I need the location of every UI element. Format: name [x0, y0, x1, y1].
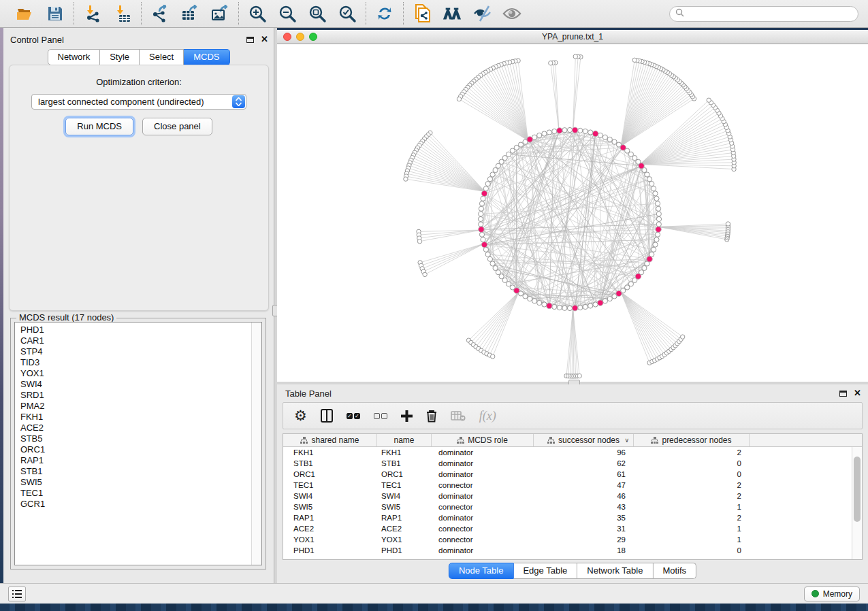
mcds-result-item[interactable]: STB1 — [15, 466, 251, 477]
table-row[interactable]: ORC1ORC1dominator610 — [283, 469, 852, 480]
float-panel-icon[interactable] — [839, 391, 847, 397]
table-row[interactable]: ACE2ACE2connector311 — [283, 523, 852, 534]
cell: 18 — [534, 546, 634, 555]
mcds-result-item[interactable]: RAP1 — [15, 455, 251, 466]
status-bar: Memory — [0, 583, 868, 604]
mcds-result-item[interactable]: FKH1 — [15, 412, 251, 423]
zoom-out-icon[interactable] — [278, 4, 297, 23]
mcds-result-item[interactable]: YOX1 — [15, 368, 251, 379]
mcds-list-scrollbar[interactable] — [251, 323, 261, 565]
cell: TEC1 — [283, 481, 377, 489]
table-panel-title: Table Panel — [285, 389, 332, 399]
tab-select[interactable]: Select — [140, 49, 184, 65]
cell: 2 — [634, 492, 750, 500]
column-header[interactable]: successor nodes∨ — [534, 434, 634, 446]
network-window-titlebar[interactable]: YPA_prune.txt_1 — [277, 30, 868, 44]
search-field[interactable] — [669, 6, 858, 22]
mcds-result-list[interactable]: PHD1CAR1STP4TID3YOX1SWI4SRD1PMA2FKH1ACE2… — [14, 322, 262, 565]
run-mcds-button[interactable]: Run MCDS — [65, 118, 133, 135]
mcds-result-item[interactable]: PHD1 — [15, 325, 251, 335]
refresh-icon[interactable] — [375, 4, 394, 23]
memory-button[interactable]: Memory — [804, 587, 860, 601]
delete-column-icon[interactable] — [426, 410, 437, 423]
table-row[interactable]: PHD1PHD1dominator180 — [283, 545, 852, 556]
tab-network[interactable]: Network — [47, 49, 100, 65]
table-scrollbar-thumb[interactable] — [854, 457, 861, 522]
optimization-criterion-label: Optimization criterion: — [10, 77, 268, 87]
network-window: YPA_prune.txt_1 — [277, 30, 868, 382]
table-row[interactable]: SWI5SWI5connector431 — [283, 501, 852, 512]
mcds-result-item[interactable]: PMA2 — [15, 401, 251, 412]
cell: 0 — [634, 470, 750, 478]
mcds-result-item[interactable]: ACE2 — [15, 423, 251, 433]
cell: PHD1 — [377, 546, 432, 555]
table-row[interactable]: STB1STB1dominator620 — [283, 458, 852, 469]
tab-motifs[interactable]: Motifs — [653, 563, 696, 579]
control-panel: Control Panel ✕ NetworkStyleSelectMCDS O… — [3, 28, 274, 584]
export-network-icon[interactable] — [150, 4, 170, 23]
table-row[interactable]: FKH1FKH1dominator962 — [283, 447, 852, 458]
export-image-icon[interactable] — [210, 4, 229, 23]
tab-mcds[interactable]: MCDS — [184, 49, 229, 65]
zoom-selected-icon[interactable] — [338, 4, 357, 23]
table-settings-icon[interactable]: ⚙ — [294, 409, 307, 423]
column-header[interactable]: predecessor nodes — [634, 434, 750, 446]
mcds-result-group: MCDS result (17 nodes) PHD1CAR1STP4TID3Y… — [10, 318, 266, 569]
zoom-fit-icon[interactable] — [308, 4, 327, 23]
search-icon — [675, 7, 684, 20]
search-input[interactable] — [688, 9, 852, 18]
table-row[interactable]: YOX1YOX1connector291 — [283, 534, 852, 545]
close-panel-icon[interactable]: ✕ — [261, 36, 268, 43]
mcds-result-item[interactable]: CAR1 — [15, 335, 251, 346]
float-panel-icon[interactable] — [246, 37, 254, 43]
column-header[interactable]: shared name — [283, 434, 377, 446]
network-canvas[interactable] — [277, 44, 868, 381]
column-label: successor nodes — [558, 435, 620, 445]
table-row[interactable]: SWI4SWI4dominator462 — [283, 491, 852, 501]
add-column-icon[interactable] — [401, 410, 413, 422]
deselect-all-icon[interactable] — [374, 413, 387, 419]
mcds-result-item[interactable]: SRD1 — [15, 390, 251, 401]
network-window-title: YPA_prune.txt_1 — [277, 32, 868, 42]
network-graph — [277, 44, 868, 381]
mcds-result-item[interactable]: GCR1 — [15, 499, 251, 510]
save-session-icon[interactable] — [46, 4, 65, 23]
open-file-icon[interactable] — [16, 4, 35, 23]
mcds-result-item[interactable]: SWI4 — [15, 379, 251, 390]
column-header[interactable]: name — [377, 434, 432, 446]
criterion-select[interactable]: largest connected component (undirected) — [31, 94, 246, 110]
mcds-result-item[interactable]: ORC1 — [15, 444, 251, 455]
column-layout-icon[interactable] — [321, 409, 333, 423]
table-row[interactable]: RAP1RAP1dominator352 — [283, 512, 852, 523]
hide-selected-icon[interactable] — [472, 4, 492, 23]
tab-node-table[interactable]: Node Table — [449, 563, 514, 579]
binoculars-icon[interactable] — [443, 4, 462, 23]
tab-edge-table[interactable]: Edge Table — [513, 563, 577, 579]
close-panel-button[interactable]: Close panel — [142, 118, 212, 135]
export-table-icon[interactable] — [180, 4, 199, 23]
mcds-result-item[interactable]: STB5 — [15, 433, 251, 444]
zoom-in-icon[interactable] — [248, 4, 267, 23]
close-panel-icon[interactable]: ✕ — [854, 390, 861, 397]
memory-status-icon — [811, 590, 819, 597]
table-scrollbar[interactable] — [852, 447, 862, 559]
cell: RAP1 — [377, 514, 432, 522]
column-header-filler — [750, 434, 862, 446]
clone-network-icon[interactable] — [413, 4, 432, 23]
table-row[interactable]: TEC1TEC1connector472 — [283, 480, 852, 491]
cell: dominator — [432, 514, 534, 522]
mcds-result-item[interactable]: TID3 — [15, 357, 251, 368]
import-network-icon[interactable] — [83, 4, 102, 23]
column-header[interactable]: MCDS role — [432, 434, 534, 446]
tab-style[interactable]: Style — [100, 49, 140, 65]
cell: dominator — [432, 448, 534, 457]
cell: 29 — [534, 535, 634, 544]
mcds-result-item[interactable]: TEC1 — [15, 488, 251, 499]
tab-network-table[interactable]: Network Table — [577, 563, 653, 579]
mcds-result-item[interactable]: SWI5 — [15, 477, 251, 488]
show-all-icon[interactable] — [502, 4, 521, 23]
import-table-icon[interactable] — [113, 4, 132, 23]
mcds-result-item[interactable]: STP4 — [15, 346, 251, 357]
select-all-icon[interactable]: ✓✓ — [347, 413, 360, 419]
task-history-button[interactable] — [8, 587, 26, 601]
